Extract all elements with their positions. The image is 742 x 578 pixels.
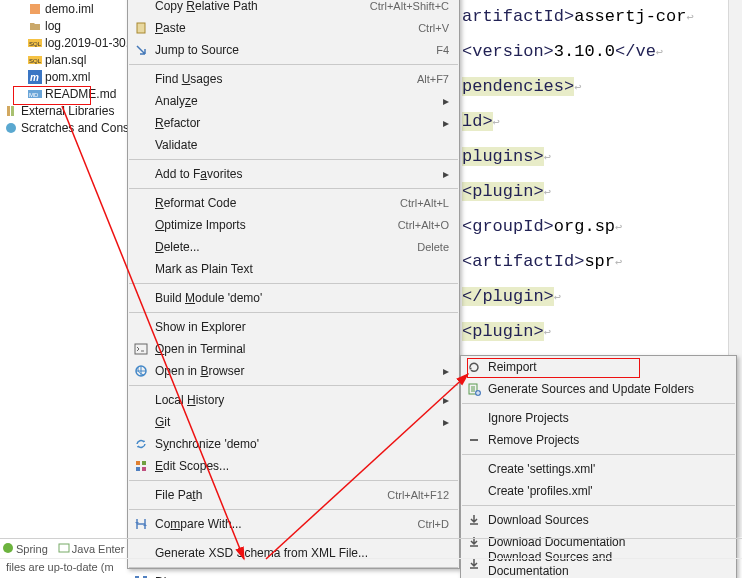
ctxmenu-validate[interactable]: Validate <box>128 134 459 156</box>
lib-icon <box>4 104 18 118</box>
editor-line: <artifactId>spr↩ <box>462 245 740 280</box>
scopes-icon <box>134 459 155 473</box>
svg-rect-17 <box>136 467 140 471</box>
menu-item-label: Reformat Code <box>155 196 400 210</box>
menu-item-label: Create 'profiles.xml' <box>488 484 726 498</box>
ctxmenu-add-to-favorites[interactable]: Add to Favorites▸ <box>128 163 459 185</box>
ctxmenu-delete-[interactable]: Delete...Delete <box>128 236 459 258</box>
ctxmenu-show-in-explorer[interactable]: Show in Explorer <box>128 316 459 338</box>
ctxmenu-separator <box>129 509 458 510</box>
menu-item-shortcut: Ctrl+V <box>418 22 449 34</box>
tree-item-label: External Libraries <box>21 104 114 118</box>
ctxmenu-refactor[interactable]: Refactor▸ <box>128 112 459 134</box>
compare-icon <box>134 517 155 531</box>
editor-line: artifactId>assertj-cor↩ <box>462 0 740 35</box>
menu-item-label: File Path <box>155 488 387 502</box>
ctxmenu-separator <box>129 188 458 189</box>
menu-item-label: Create 'settings.xml' <box>488 462 726 476</box>
maven-icon: m <box>28 70 42 84</box>
ctxmenu-build-module-demo-[interactable]: Build Module 'demo' <box>128 287 459 309</box>
ctxmenu-paste[interactable]: PasteCtrl+V <box>128 17 459 39</box>
svg-text:SQL: SQL <box>29 41 42 47</box>
menu-item-label: Optimize Imports <box>155 218 398 232</box>
md-icon: MD <box>28 87 42 101</box>
menu-item-label: Jump to Source <box>155 43 436 57</box>
svg-rect-10 <box>11 106 14 116</box>
submenu-arrow-icon: ▸ <box>437 415 449 429</box>
tree-item-label: pom.xml <box>45 70 90 84</box>
mavenmenu-separator <box>462 505 735 506</box>
ctxmenu-open-in-browser[interactable]: Open in Browser▸ <box>128 360 459 382</box>
scratch-icon <box>4 121 18 135</box>
mavenmenu-generate-sources-and-update-folders[interactable]: Generate Sources and Update Folders <box>461 378 736 400</box>
ctxmenu-edit-scopes-[interactable]: Edit Scopes... <box>128 455 459 477</box>
terminal-icon <box>134 342 155 356</box>
svg-rect-12 <box>137 23 145 33</box>
mavenmenu-download-sources[interactable]: Download Sources <box>461 509 736 531</box>
ctxmenu-separator <box>129 480 458 481</box>
svg-text:m: m <box>30 72 39 83</box>
editor-line: <version>3.10.0</ve↩ <box>462 35 740 70</box>
reload-icon <box>467 360 488 374</box>
menu-item-shortcut: F4 <box>436 44 449 56</box>
menu-item-shortcut: Alt+F7 <box>417 73 449 85</box>
ctxmenu-mark-as-plain-text[interactable]: Mark as Plain Text <box>128 258 459 280</box>
tree-item-label: README.md <box>45 87 116 101</box>
submenu-arrow-icon: ▸ <box>437 94 449 108</box>
ctxmenu-find-usages[interactable]: Find UsagesAlt+F7 <box>128 68 459 90</box>
ctxmenu-copy-relative-path[interactable]: Copy Relative PathCtrl+Alt+Shift+C <box>128 0 459 17</box>
sync-icon <box>134 437 155 451</box>
menu-item-label: Copy Relative Path <box>155 0 370 13</box>
context-menu[interactable]: Copy Relative PathCtrl+Alt+Shift+CPasteC… <box>127 0 460 569</box>
menu-item-label: Compare With... <box>155 517 418 531</box>
svg-rect-16 <box>142 461 146 465</box>
menu-item-label: Delete... <box>155 240 417 254</box>
menu-item-shortcut: Ctrl+Alt+O <box>398 219 449 231</box>
menu-item-label: Download Sources <box>488 513 726 527</box>
menu-item-label: Add to Favorites <box>155 167 437 181</box>
ctxmenu-open-in-terminal[interactable]: Open in Terminal <box>128 338 459 360</box>
ctxmenu-git[interactable]: Git▸ <box>128 411 459 433</box>
mavenmenu-separator <box>462 403 735 404</box>
ctxmenu-reformat-code[interactable]: Reformat CodeCtrl+Alt+L <box>128 192 459 214</box>
tree-item-label: demo.iml <box>45 2 94 16</box>
svg-rect-15 <box>136 461 140 465</box>
menu-item-label: Reimport <box>488 360 726 374</box>
editor-line: </plugin>↩ <box>462 280 740 315</box>
menu-item-label: Generate Sources and Update Folders <box>488 382 726 396</box>
menu-item-label: Validate <box>155 138 449 152</box>
menu-item-label: Open in Terminal <box>155 342 449 356</box>
svg-rect-18 <box>142 467 146 471</box>
sql-icon: SQL <box>28 53 42 67</box>
editor-line: plugins>↩ <box>462 140 740 175</box>
toolwindow-tab-java-enterprise[interactable]: Java Enter <box>58 542 125 556</box>
svg-rect-0 <box>30 4 40 14</box>
menu-item-shortcut: Ctrl+Alt+F12 <box>387 489 449 501</box>
menu-item-label: Open in Browser <box>155 364 437 378</box>
orange-icon <box>28 2 42 16</box>
submenu-arrow-icon: ▸ <box>437 364 449 378</box>
mavenmenu-create-settings-xml-[interactable]: Create 'settings.xml' <box>461 458 736 480</box>
menu-item-label: Ignore Projects <box>488 411 726 425</box>
ctxmenu-local-history[interactable]: Local History▸ <box>128 389 459 411</box>
mavenmenu-ignore-projects[interactable]: Ignore Projects <box>461 407 736 429</box>
ctxmenu-analyze[interactable]: Analyze▸ <box>128 90 459 112</box>
menu-item-shortcut: Ctrl+Alt+L <box>400 197 449 209</box>
menu-item-label: Mark as Plain Text <box>155 262 449 276</box>
submenu-arrow-icon: ▸ <box>437 167 449 181</box>
ctxmenu-jump-to-source[interactable]: Jump to SourceF4 <box>128 39 459 61</box>
toolwindow-tab-spring[interactable]: Spring <box>2 542 48 556</box>
svg-text:MD: MD <box>29 92 39 98</box>
ctxmenu-synchronize-demo-[interactable]: Synchronize 'demo' <box>128 433 459 455</box>
globe-icon <box>134 364 155 378</box>
menu-item-shortcut: Ctrl+D <box>418 518 449 530</box>
mavenmenu-remove-projects[interactable]: Remove Projects <box>461 429 736 451</box>
bottom-toolwindow-bar[interactable]: Spring Java Enter <box>0 538 742 558</box>
ctxmenu-compare-with-[interactable]: Compare With...Ctrl+D <box>128 513 459 535</box>
ctxmenu-optimize-imports[interactable]: Optimize ImportsCtrl+Alt+O <box>128 214 459 236</box>
editor-line: pendencies>↩ <box>462 70 740 105</box>
mavenmenu-create-profiles-xml-[interactable]: Create 'profiles.xml' <box>461 480 736 502</box>
mavenmenu-reimport[interactable]: Reimport <box>461 356 736 378</box>
dl-icon <box>467 513 488 527</box>
ctxmenu-file-path[interactable]: File PathCtrl+Alt+F12 <box>128 484 459 506</box>
